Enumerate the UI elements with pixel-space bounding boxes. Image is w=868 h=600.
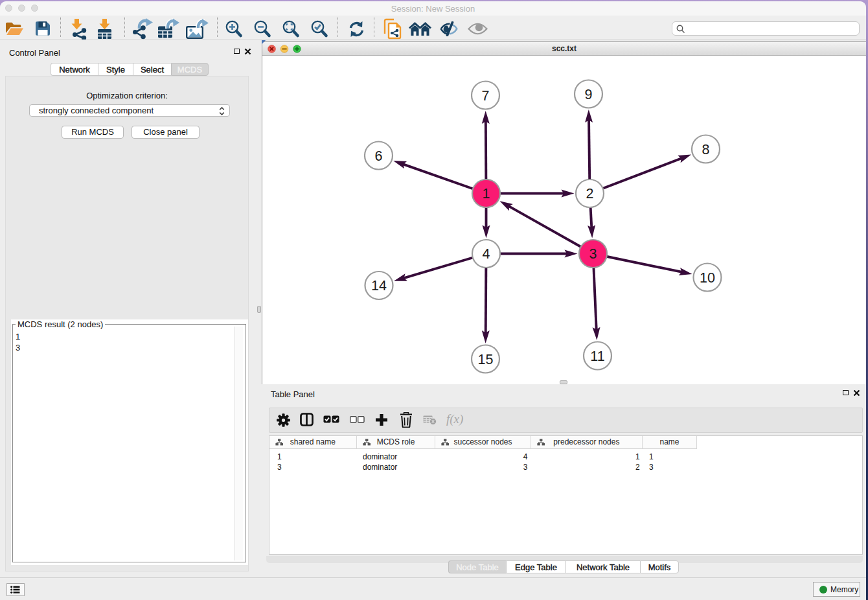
- svg-text:9: 9: [585, 87, 593, 102]
- svg-text:7: 7: [482, 88, 490, 104]
- svg-text:3: 3: [589, 246, 597, 262]
- svg-text:10: 10: [700, 270, 715, 286]
- svg-text:8: 8: [702, 142, 710, 157]
- svg-text:14: 14: [371, 278, 387, 294]
- svg-text:1: 1: [483, 186, 490, 202]
- svg-text:6: 6: [375, 148, 383, 164]
- svg-text:11: 11: [590, 349, 604, 364]
- svg-text:4: 4: [483, 246, 490, 262]
- svg-text:2: 2: [586, 186, 594, 202]
- svg-text:15: 15: [478, 352, 494, 367]
